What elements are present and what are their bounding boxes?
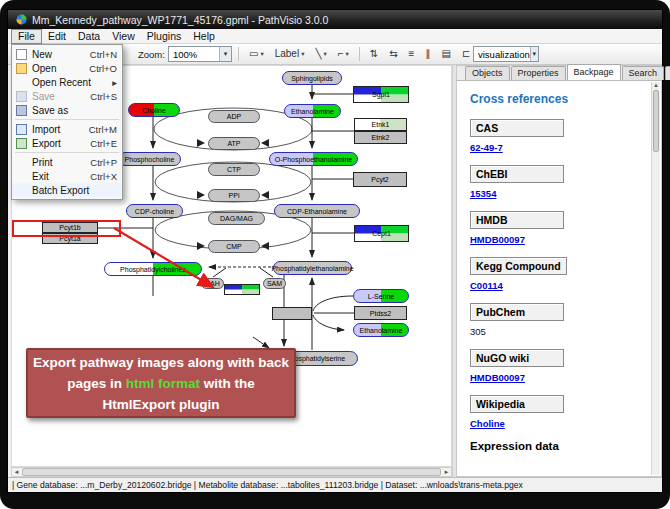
annotation-highlight-text: html format xyxy=(126,376,200,391)
menu-plugins[interactable]: Plugins xyxy=(141,29,187,43)
menu-file[interactable]: File xyxy=(11,29,42,44)
node-ppi[interactable]: PPi xyxy=(208,189,260,202)
tab-legend[interactable]: Legend xyxy=(665,66,670,80)
stack-horizontal-button[interactable]: ⊏ xyxy=(458,46,474,63)
panel-scrollbar[interactable]: ▲ xyxy=(651,82,660,475)
pemt-genebox[interactable] xyxy=(224,284,260,295)
file-menu-item-label: Import xyxy=(32,124,84,135)
node-phosphatidylcholines[interactable]: Phosphatidylcholines xyxy=(104,262,202,276)
menu-data[interactable]: Data xyxy=(72,29,106,43)
node-o-phosphoethanolamine[interactable]: O-Phosphoethanolamine xyxy=(269,152,358,166)
shortcut-label: Ctrl+M xyxy=(89,124,117,135)
node-label: ATP xyxy=(227,140,240,147)
node-sphingolipids[interactable]: Sphingolipids xyxy=(282,71,342,85)
file-menu-item-save-as[interactable]: Save as xyxy=(12,103,122,117)
crossref-section-hmdb: HMDBHMDB00097 xyxy=(470,210,651,245)
node-sah[interactable]: SAH xyxy=(201,278,224,289)
node-sam[interactable]: SAM xyxy=(263,278,286,289)
stack-horizontal-icon: ⊏ xyxy=(462,49,470,59)
stack-vertical-icon: ▤ xyxy=(441,49,450,59)
node-etnk2[interactable]: Etnk2 xyxy=(354,131,407,144)
node-l-serine[interactable]: L-Serine xyxy=(353,289,409,303)
node-phosphocholine[interactable]: Phosphocholine xyxy=(118,152,181,166)
menu-edit[interactable]: Edit xyxy=(42,29,72,43)
node-label: Sgpl1 xyxy=(372,91,390,98)
node-cdp-choline[interactable]: CDP-choline xyxy=(126,204,183,218)
node-phosphatidylethanolamine[interactable]: Phosphatidylethanolamine xyxy=(273,261,352,275)
connector-tool-button[interactable]: ⌐▾ xyxy=(334,46,353,63)
align-center-icon: ⇅ xyxy=(370,49,378,59)
chevron-down-icon: ▾ xyxy=(219,47,231,61)
node-cdp-ethanolamine[interactable]: CDP-Ethanolamine xyxy=(274,204,360,218)
node-atp[interactable]: ATP xyxy=(208,137,260,150)
crossref-link[interactable]: HMDB00097 xyxy=(470,372,651,383)
annotation-line-1: Export pathway images along with back xyxy=(28,352,294,373)
node-ethanolamine[interactable]: Ethanolamine xyxy=(284,104,341,118)
node-label: PPi xyxy=(229,192,240,199)
node-ptdss2[interactable]: Ptdss2 xyxy=(354,306,407,320)
scroll-up-icon[interactable]: ▲ xyxy=(652,82,660,88)
align-center-button[interactable]: ⇅ xyxy=(366,46,382,63)
hidden-genebox[interactable] xyxy=(272,307,312,320)
crossref-link[interactable]: Choline xyxy=(470,418,651,429)
tab-properties[interactable]: Properties xyxy=(511,66,566,80)
node-etnk1[interactable]: Etnk1 xyxy=(354,118,407,131)
file-menu-item-print[interactable]: PrintCtrl+P xyxy=(12,155,122,169)
node-cmp[interactable]: CMP xyxy=(208,240,260,253)
menu-view[interactable]: View xyxy=(106,29,141,43)
align-middle-button[interactable]: ⇆ xyxy=(385,46,401,63)
scroll-right-icon[interactable]: ► xyxy=(442,469,451,475)
crossref-link[interactable]: C00114 xyxy=(470,280,651,291)
save-icon xyxy=(16,91,27,102)
node-label: CTP xyxy=(227,166,241,173)
tab-search[interactable]: Search xyxy=(622,66,665,80)
file-menu-item-label: Exit xyxy=(32,171,85,182)
node-cept1[interactable]: Cept1 xyxy=(354,225,409,242)
node-label: Ptdss2 xyxy=(370,310,391,317)
stack-vertical-button[interactable]: ▤ xyxy=(437,46,454,63)
crossref-link[interactable]: 15354 xyxy=(470,188,651,199)
line-tool-button[interactable]: ╲▾ xyxy=(311,46,330,63)
chevron-down-icon: ▾ xyxy=(323,50,326,58)
crossref-link[interactable]: HMDB00097 xyxy=(470,234,651,245)
file-menu-item-save[interactable]: SaveCtrl+S xyxy=(12,89,122,103)
graphics-tool-button[interactable]: ▭▾ xyxy=(245,46,268,63)
shortcut-label: Ctrl+X xyxy=(90,171,117,182)
file-menu-item-export[interactable]: ExportCtrl+E xyxy=(12,136,122,150)
status-bar: | Gene database: ...m_Derby_20120602.bri… xyxy=(8,477,662,492)
node-choline[interactable]: Choline xyxy=(128,103,180,117)
node-dag-mag[interactable]: DAG/MAG xyxy=(208,212,265,225)
tab-backpage[interactable]: Backpage xyxy=(567,64,621,80)
scroll-thumb[interactable] xyxy=(653,90,659,152)
label-tool-button[interactable]: Label▾ xyxy=(271,46,309,63)
visualization-combo[interactable]: visualization ▾ xyxy=(473,46,539,62)
line-tool-icon: ╲ xyxy=(315,49,321,59)
node-label: O-Phosphoethanolamine xyxy=(275,156,352,163)
canvas-hscrollbar[interactable]: ◄ ► xyxy=(11,467,452,477)
zoom-combo[interactable]: 100% ▾ xyxy=(168,46,232,62)
node-pcyt2[interactable]: Pcyt2 xyxy=(353,172,407,187)
node-ctp[interactable]: CTP xyxy=(208,163,260,176)
file-menu-item-batch-export[interactable]: Batch Export xyxy=(12,183,122,197)
file-menu-item-open[interactable]: OpenCtrl+O xyxy=(12,61,122,75)
node-adp[interactable]: ADP xyxy=(208,110,260,123)
title-bar[interactable]: Mm_Kennedy_pathway_WP1771_45176.gpml - P… xyxy=(8,10,662,29)
menu-help[interactable]: Help xyxy=(187,29,221,43)
node-ethanolamine[interactable]: Ethanolamine xyxy=(353,323,409,337)
backpage-content[interactable]: Cross references CAS62-49-7ChEBI15354HMD… xyxy=(458,82,651,475)
crossref-link[interactable]: 62-49-7 xyxy=(470,142,651,153)
distribute-rows-button[interactable]: ≡ xyxy=(405,46,419,63)
scroll-thumb[interactable] xyxy=(22,468,441,476)
crossref-header: Wikipedia xyxy=(470,395,564,413)
file-menu-item-import[interactable]: ImportCtrl+M xyxy=(12,122,122,136)
crossref-header: CAS xyxy=(470,119,564,137)
tab-objects[interactable]: Objects xyxy=(465,66,510,80)
node-sgpl1[interactable]: Sgpl1 xyxy=(353,86,409,103)
file-menu-item-exit[interactable]: ExitCtrl+X xyxy=(12,169,122,183)
none-icon xyxy=(16,171,27,182)
distribute-columns-button[interactable]: ∥ xyxy=(421,46,434,63)
file-menu-item-label: Save xyxy=(32,91,85,102)
file-menu-item-new[interactable]: NewCtrl+N xyxy=(12,47,122,61)
file-menu-item-open-recent[interactable]: Open Recent▸ xyxy=(12,75,122,89)
scroll-left-icon[interactable]: ◄ xyxy=(12,469,21,475)
